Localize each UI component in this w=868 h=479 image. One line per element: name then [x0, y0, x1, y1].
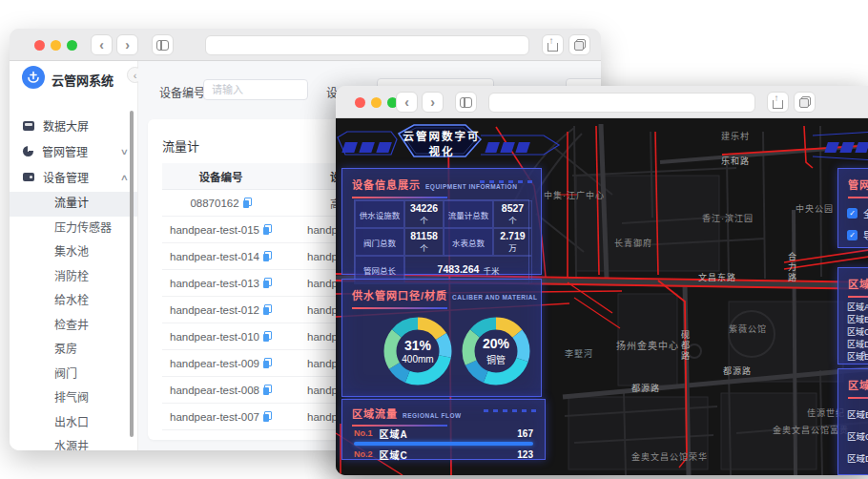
layer-checkbox-row[interactable]: ✓ 导入 [847, 228, 868, 242]
header-underline [352, 197, 447, 198]
panel-title: 区域流量 [352, 408, 398, 420]
header-underline [848, 296, 868, 298]
pipe-icon [23, 146, 33, 156]
copy-icon[interactable] [263, 358, 272, 368]
regional-flow-right-panel: 区域流量 区域B 区域C 区域D 区域E [837, 368, 868, 475]
map-label: 中集·江广中心 [544, 189, 605, 201]
minimize-window-button[interactable] [371, 97, 382, 108]
map-label: 扬州金奥中心 [616, 338, 679, 352]
back-button[interactable]: ‹ [91, 34, 113, 55]
map-label: 合力路 [786, 252, 798, 283]
panes-icon [156, 40, 169, 51]
flow-list-item[interactable]: 区域E [847, 473, 868, 475]
map-label: 建乐村 [721, 130, 750, 142]
menu-label: 数据大屏 [43, 117, 89, 134]
sidebar-item-valve[interactable]: 阀门 [10, 363, 137, 387]
layer-checkbox-row[interactable]: ✓ 全选 [847, 206, 868, 220]
sidebar-item-data-screen[interactable]: 数据大屏 [10, 113, 137, 138]
tabs-icon [799, 96, 811, 108]
checkbox-checked-icon[interactable]: ✓ [847, 208, 858, 219]
share-icon [773, 96, 783, 109]
panel-title: 设备信息展示 [352, 179, 421, 191]
tabs-overview-button[interactable] [794, 92, 816, 113]
flow-list-item[interactable]: 区域D [847, 451, 868, 465]
map-label: 香江·滨江园 [702, 212, 754, 224]
share-button[interactable] [767, 92, 789, 113]
header-underline [848, 397, 868, 399]
zoom-window-button[interactable] [67, 40, 77, 51]
panes-icon [460, 97, 472, 108]
header-underline [352, 307, 447, 309]
copy-icon[interactable] [263, 251, 272, 261]
sidebar-item-water-hydrant[interactable]: 给水栓 [10, 289, 137, 314]
panel-subtitle: CALIBER AND MATERIAL [452, 294, 537, 301]
flow-progress-bar [354, 442, 533, 446]
map-label: 乐和路 [721, 155, 750, 167]
forward-button[interactable]: › [116, 34, 138, 55]
material-donut-chart[interactable]: 20%铜管 [460, 315, 532, 387]
axis-zero-label: 0 [861, 349, 865, 358]
legend-item[interactable]: 区域D [847, 340, 868, 347]
sidebar-item-flowmeter[interactable]: 流量计 [10, 192, 137, 217]
share-button[interactable] [542, 34, 564, 55]
sidebar-item-outlet[interactable]: 出水口 [10, 411, 137, 436]
map-label: 紫薇公馆 [729, 323, 767, 335]
browser-toolbar: ‹ › [336, 86, 868, 118]
copy-icon[interactable] [263, 385, 272, 395]
stat-label: 供水设施数 [355, 200, 404, 228]
sidebar-item-water-source-well[interactable]: 水源井 [10, 435, 137, 450]
sidebar-item-device-mgmt[interactable]: 设备管理 ∧ [10, 164, 137, 190]
panel-title: 区域峰值 [848, 279, 868, 290]
sidebar-toggle-button[interactable] [455, 92, 477, 113]
sidebar-item-pipe-mgmt[interactable]: 管网管理 ∨ [10, 138, 137, 164]
copy-icon[interactable] [263, 331, 272, 342]
address-bar[interactable] [205, 35, 529, 55]
share-icon [548, 39, 558, 52]
header-dashes [480, 180, 533, 183]
sidebar-item-sump[interactable]: 集水池 [10, 240, 137, 265]
forward-button[interactable]: › [422, 92, 444, 113]
sidebar-item-inspection-well[interactable]: 检查井 [10, 314, 137, 339]
close-window-button[interactable] [34, 40, 45, 51]
panel-title: 区域流量 [848, 380, 868, 391]
sidebar-scrollbar[interactable] [130, 111, 134, 437]
map-label: 都源路 [723, 364, 752, 377]
pipe-layers-panel: 管网图层 ✓ 全选 ✓ 导入 [837, 168, 868, 248]
regional-flow-row: No.2 区域C 123 [354, 448, 533, 461]
panel-subtitle: EQUIPMENT INFORMATION [425, 183, 517, 190]
app-logo [22, 66, 45, 89]
flow-list-item[interactable]: 区域C [847, 429, 868, 443]
sidebar-item-fire-hydrant[interactable]: 消防栓 [10, 265, 137, 290]
sidebar-item-pressure-sensor[interactable]: 压力传感器 [10, 217, 137, 241]
browser-toolbar: ‹ › [10, 29, 601, 61]
legend-item[interactable]: 区域B [847, 315, 868, 323]
legend-item[interactable]: 区域A [847, 302, 868, 310]
copy-icon[interactable] [263, 304, 272, 315]
close-window-button[interactable] [355, 97, 365, 108]
map-label: 砚都路 [679, 330, 692, 362]
flow-list-item[interactable]: 区域B [847, 407, 868, 421]
caliber-donut-chart[interactable]: 31%400mm [382, 315, 454, 387]
copy-icon[interactable] [263, 224, 272, 235]
copy-icon[interactable] [263, 411, 272, 422]
stats-grid: 供水设施数 34226个 流量计总数 8527个 阀门总数 81158个 水表总… [354, 199, 529, 284]
menu-label: 设备管理 [43, 169, 89, 185]
back-button[interactable]: ‹ [396, 92, 418, 113]
copy-icon[interactable] [243, 198, 252, 208]
dashboard-title: 云管网数字可视化 [399, 128, 485, 158]
device-icon [23, 173, 34, 181]
equipment-info-panel: 设备信息展示EQUIPMENT INFORMATION 供水设施数 34226个… [341, 168, 542, 275]
caliber-material-panel: 供水管网口径/材质CALIBER AND MATERIAL 31%400mm 2… [341, 279, 542, 397]
checkbox-checked-icon[interactable]: ✓ [847, 230, 858, 240]
sidebar-toggle-button[interactable] [152, 34, 174, 55]
screen-icon [23, 121, 34, 131]
sidebar: 云管网系统 ‹ 数据大屏 管网管理 ∨ 设备管理 [10, 61, 138, 450]
tabs-overview-button[interactable] [568, 34, 590, 55]
device-no-input[interactable] [203, 79, 308, 100]
sidebar-item-exhaust-valve[interactable]: 排气阀 [10, 386, 137, 411]
address-bar[interactable] [488, 93, 755, 113]
copy-icon[interactable] [263, 278, 272, 288]
sidebar-item-pump-house[interactable]: 泵房 [10, 338, 137, 363]
minimize-window-button[interactable] [51, 40, 61, 51]
legend-item[interactable]: 区域C [847, 327, 868, 335]
